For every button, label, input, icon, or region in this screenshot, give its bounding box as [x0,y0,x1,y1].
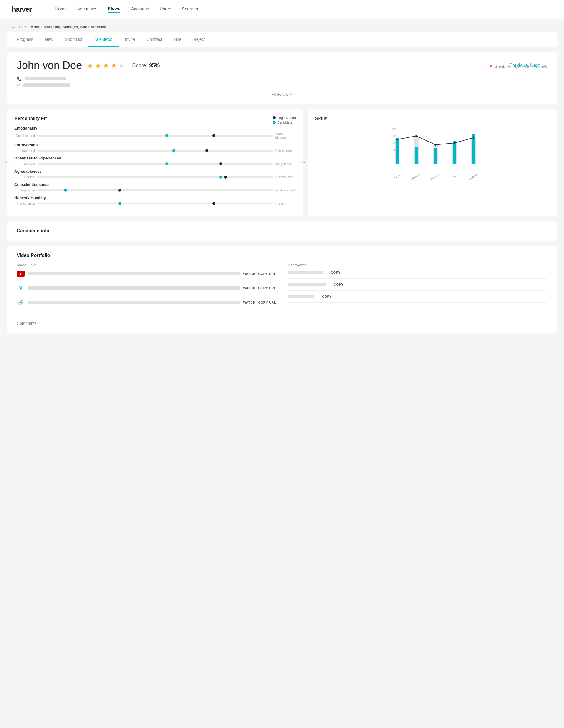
tab-shortlist[interactable]: Short List [59,32,88,47]
youtube-url-blurred [28,272,240,275]
org-dot-icon [273,116,276,119]
password-row-3: COPY [288,295,547,303]
video-row-vimeo: V WATCH COPY URL [17,285,276,295]
nav-vacancies[interactable]: Vacancies [77,6,97,12]
svg-point-25 [454,142,455,144]
trait-right-label: Imaginative [275,162,296,166]
trait-name: Extroversion [14,143,296,147]
star-5: ★ [118,61,125,70]
video-row-youtube: ▶ WATCH COPY URL [17,271,276,281]
comments-label: Comments [17,321,547,326]
tab-contract[interactable]: Contract [141,32,168,47]
location: 📍 Amsterdam, the Netherlands [488,65,547,69]
svg-text:80: 80 [393,135,396,137]
nav-users[interactable]: Users [160,6,171,12]
nav-flows[interactable]: Flows [108,6,121,13]
tab-new[interactable]: New [39,32,59,47]
personality-prev-icon[interactable]: ← [4,158,11,167]
youtube-actions: WATCH COPY URL [243,272,276,275]
trait-org-indicator [118,189,121,192]
phone-icon: 📞 [17,76,22,81]
svg-point-22 [396,139,398,140]
trait-bar-track [37,189,273,191]
trait-org-indicator [205,149,208,152]
star-1: ★ [87,61,93,70]
email-icon: ✉ [17,83,20,88]
svg-text:Multitasking: Multitasking [410,173,422,181]
svg-point-24 [434,144,436,146]
link-watch-button[interactable]: WATCH [243,301,255,304]
tab-invite[interactable]: Invite [119,32,141,47]
trait-name: Agreeableness [14,169,296,174]
skills-panel: Skills 020406080100TypingMultitaskingBra… [308,109,557,216]
vimeo-watch-button[interactable]: WATCH [243,286,255,290]
password-1-blurred [288,271,323,274]
trait-left-label: Cool-blooded [14,134,35,137]
trait-bar-track [37,163,273,165]
password-row-2: COPY [288,283,547,291]
tab-hire[interactable]: Hire [168,32,187,47]
link-icon: 🔗 [17,300,25,305]
personality-next-icon[interactable]: → [299,158,306,167]
vimeo-copy-url-button[interactable]: COPY URL [258,286,276,290]
nav-links: Home Vacancies Flows Accounts Users Sour… [55,6,198,13]
svg-point-23 [415,135,417,137]
email-row: ✉ [17,83,70,88]
tab-talentpool[interactable]: TalentPool [88,32,119,47]
trait-right-label: Warm-blooded [275,132,296,139]
password-1-copy-button[interactable]: COPY [331,271,340,274]
candidate-contact: 📞 ✉ [17,76,70,88]
youtube-watch-button[interactable]: WATCH [243,272,255,275]
password-2-blurred [288,283,326,286]
trait-cand-indicator [165,162,168,165]
trait-bar-track [37,176,273,178]
location-text: Amsterdam, the Netherlands [495,65,547,69]
svg-text:100: 100 [392,128,396,130]
link-copy-url-button[interactable]: COPY URL [258,301,276,304]
link-url-blurred [28,301,240,304]
nav-accounts[interactable]: Accounts [131,6,149,12]
password-3-blurred [288,295,314,298]
trait-bar-row: Realistic Imaginative [14,162,296,166]
trait-emotionality: Emotionality Cool-blooded Warm-blooded [14,126,296,139]
nav-sources[interactable]: Sources [182,6,198,12]
nav-home[interactable]: Home [55,6,67,12]
candidate-info-title: Candidate info [17,228,547,233]
password-3-copy-button[interactable]: COPY [322,295,332,298]
tab-reject[interactable]: Reject [187,32,211,47]
video-portfolio-title: Video Portfolio [17,253,547,258]
star-4: ★ [110,61,117,70]
legend-org: Organization [273,116,296,120]
score-label: Score: 95% [132,63,160,69]
email-blurred [23,83,70,87]
password-row-1: COPY [288,271,547,279]
trait-extroversion: Extroversion Introverted Extroverted [14,143,296,152]
youtube-copy-url-button[interactable]: COPY URL [258,272,276,275]
svg-rect-17 [396,138,399,164]
skills-title: Skills [315,116,550,121]
trait-bar-row: Impulsive Goal-oriented [14,189,296,192]
personality-panel: Personality Fit Organization Candidate ←… [7,109,303,216]
trait-left-label: Introverted [14,149,35,152]
tab-progress[interactable]: Progress [11,32,39,47]
candidate-info-section: Candidate info [7,221,557,241]
svg-rect-19 [434,148,437,164]
svg-text:SJT: SJT [452,174,456,179]
trait-cand-indicator [172,149,175,152]
svg-point-26 [473,137,474,139]
trait-org-indicator [212,134,215,137]
trait-org-indicator [224,176,227,179]
svg-text:Language: Language [468,173,478,180]
candidate-card: John von Doe ★ ★ ★ ★ ★ Score: 95% ← Prev… [7,52,557,104]
password-2-copy-button[interactable]: COPY [334,283,343,286]
trait-honesty-humility: Honesty-Humility Manipulative Honest [14,196,296,205]
video-columns: Video Links ▶ WATCH COPY URL V WATCH COP… [17,263,547,314]
trait-right-label: Harmonious [275,175,296,179]
candidate-name: John von Doe [17,59,82,72]
all-details-toggle[interactable]: All details ∨ [17,92,547,97]
svg-rect-20 [453,141,456,164]
logo: harver [12,5,31,14]
video-row-link: 🔗 WATCH COPY URL [17,300,276,310]
svg-rect-21 [472,134,475,164]
youtube-icon: ▶ [17,271,25,277]
